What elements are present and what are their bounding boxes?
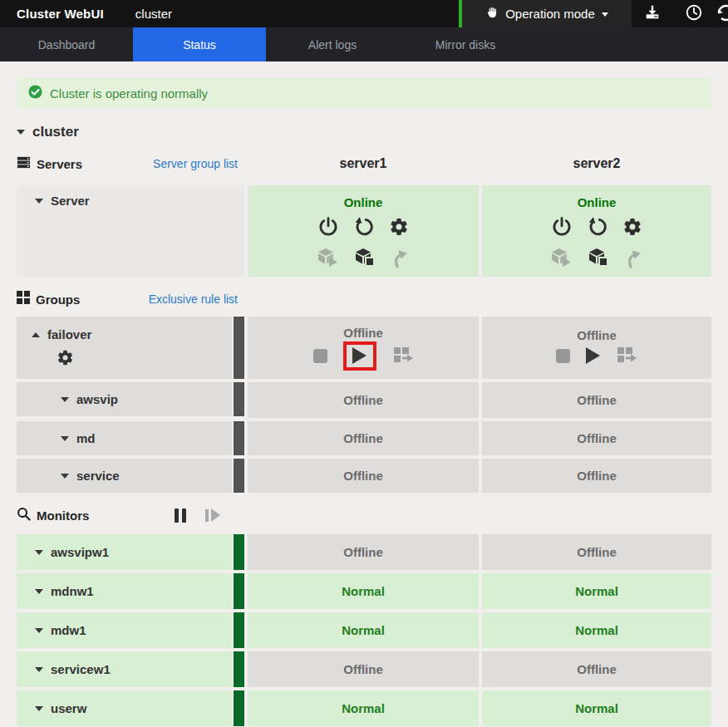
monitors-header-row: Monitors (17, 504, 711, 526)
service-start-button[interactable] (316, 247, 339, 271)
resource-name: md (76, 431, 96, 445)
group-settings-button[interactable] (57, 349, 74, 369)
triangle-down-icon (35, 667, 43, 672)
monitor-name: userw (51, 701, 86, 715)
servers-section-label: Servers (37, 157, 82, 171)
group-name: failover (47, 327, 91, 341)
cube-play-icon (316, 258, 339, 271)
server-shutdown-button[interactable] (551, 216, 573, 240)
group-start-button[interactable] (352, 347, 366, 364)
resource-name: service (76, 469, 120, 483)
servers-header-row: Servers Server group list server1 server… (17, 154, 711, 174)
group-row-service: service Offline Offline (17, 459, 711, 493)
server-shutdown-button[interactable] (317, 216, 339, 240)
hand-icon (485, 6, 499, 22)
monitor-row-bar (234, 612, 244, 648)
server2-column-title: server2 (482, 156, 711, 171)
resource-status-cell: Offline (482, 421, 711, 455)
resource-status-cell: Offline (482, 459, 711, 493)
server2-status: Online (578, 195, 617, 209)
tab-mirror-disks[interactable]: Mirror disks (399, 27, 532, 61)
tab-status[interactable]: Status (133, 27, 266, 61)
server-group-list-link[interactable]: Server group list (153, 157, 238, 170)
monitor-status-cell: Normal (248, 573, 479, 609)
grid-icon (17, 291, 30, 307)
group-row-md: md Offline Offline (17, 421, 711, 455)
server-settings-button[interactable] (622, 217, 642, 239)
clock-icon (685, 3, 703, 24)
resource-status-cell: Offline (248, 382, 479, 418)
group-tree-item-failover[interactable]: failover (17, 317, 232, 379)
tab-alert-logs[interactable]: Alert logs (266, 27, 399, 61)
play-icon (586, 347, 600, 364)
check-circle-icon (28, 85, 42, 102)
group-move-button[interactable] (616, 344, 637, 368)
monitor-name: mdw1 (51, 623, 86, 637)
triangle-down-icon (61, 397, 69, 402)
tab-dashboard[interactable]: Dashboard (0, 27, 133, 61)
monitor-tree-item[interactable]: awsvipw1 (17, 534, 232, 570)
server-reboot-button[interactable] (353, 216, 375, 240)
resource-tree-item[interactable]: md (17, 421, 232, 455)
rotate-ccw-icon (587, 228, 608, 240)
group-start-button[interactable] (586, 347, 600, 364)
monitor-row-userw: userw Normal Normal (17, 690, 711, 726)
monitor-tree-item[interactable]: servicew1 (17, 651, 232, 687)
topbar-actions (632, 0, 728, 27)
server-recover-button[interactable] (391, 247, 411, 271)
status-banner-text: Cluster is operating normally (50, 86, 208, 101)
cluster-tree-toggle[interactable]: cluster (17, 123, 711, 141)
triangle-down-icon (17, 130, 25, 135)
service-stop-button[interactable] (353, 247, 376, 271)
monitor-row-mdnw1: mdnw1 Normal Normal (17, 573, 711, 609)
exclusive-rule-list-link[interactable]: Exclusive rule list (149, 292, 238, 306)
cube-play-icon (549, 258, 573, 271)
server1-column-title: server1 (248, 156, 479, 171)
server-tree-label: Server (51, 195, 90, 207)
monitor-tree-item[interactable]: userw (17, 690, 232, 726)
reload-button[interactable] (715, 0, 728, 27)
resource-status-cell: Offline (248, 421, 479, 455)
server-stack-icon (17, 155, 31, 173)
service-stop-button[interactable] (587, 247, 610, 271)
server-settings-button[interactable] (389, 217, 409, 239)
resume-icon (205, 508, 220, 522)
resource-tree-item[interactable]: awsvip (17, 382, 232, 416)
topbar-spacer (172, 0, 459, 27)
group-row-bar (234, 382, 244, 416)
failover-server1-cell: Offline (248, 317, 479, 379)
monitors-suspend-button[interactable] (175, 508, 186, 523)
group-row-bar (234, 459, 244, 493)
monitor-row-bar (234, 651, 244, 687)
monitor-row-mdw1: mdw1 Normal Normal (17, 612, 711, 648)
group-stop-button[interactable] (556, 349, 570, 363)
server-tree-item[interactable]: Server (17, 185, 244, 277)
server-reboot-button[interactable] (587, 216, 608, 240)
cube-stop-icon (587, 258, 610, 271)
service-start-button[interactable] (549, 247, 573, 271)
top-bar: Cluster WebUI cluster Operation mode (0, 0, 728, 27)
move-group-icon (616, 356, 637, 368)
download-logs-button[interactable] (632, 0, 673, 27)
monitors-resume-button[interactable] (205, 508, 220, 522)
time-info-button[interactable] (673, 0, 715, 27)
monitor-tree-item[interactable]: mdnw1 (17, 573, 232, 609)
monitor-row-servicew1: servicew1 Offline Offline (17, 651, 711, 687)
resource-tree-item[interactable]: service (17, 459, 232, 493)
triangle-down-icon (35, 199, 43, 204)
monitor-status-cell: Normal (248, 612, 479, 648)
group-row-failover: failover Offline Offline (17, 317, 711, 379)
monitor-status-cell: Normal (482, 690, 711, 726)
stop-icon (556, 349, 570, 363)
power-icon (551, 228, 573, 240)
monitor-status-cell: Offline (482, 534, 711, 570)
monitor-name: awsvipw1 (51, 545, 109, 559)
cluster-name-title: cluster (135, 7, 172, 21)
server-recover-button[interactable] (624, 247, 644, 271)
group-stop-button[interactable] (313, 349, 327, 363)
group-move-button[interactable] (392, 344, 414, 368)
operation-mode-label: Operation mode (505, 7, 595, 21)
monitor-tree-item[interactable]: mdw1 (17, 612, 232, 648)
groups-section-label: Groups (36, 292, 80, 307)
operation-mode-button[interactable]: Operation mode (462, 0, 632, 27)
